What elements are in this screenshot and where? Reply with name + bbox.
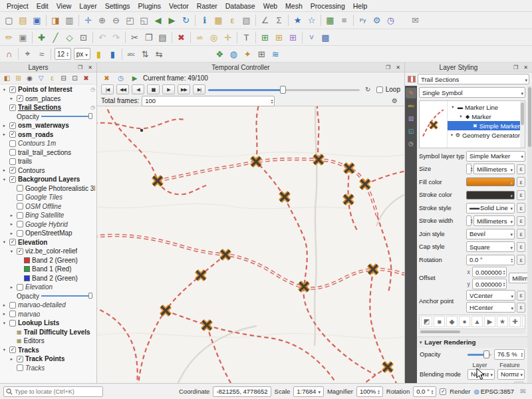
symbol-node-marker-line[interactable]: ▾▬Marker Line bbox=[448, 102, 520, 112]
snapping-icon[interactable]: ∩ bbox=[2, 47, 16, 61]
field-calculator-icon[interactable]: ≡ bbox=[337, 13, 351, 27]
deselect-icon[interactable]: ▧ bbox=[239, 13, 253, 27]
menu-project[interactable]: Project bbox=[3, 1, 33, 11]
layer-checkbox[interactable] bbox=[17, 203, 23, 209]
layers-float-icon[interactable]: ❐ bbox=[76, 65, 84, 70]
fixed-range-icon[interactable]: ◷ bbox=[115, 73, 126, 83]
loop-checkbox[interactable] bbox=[376, 86, 383, 93]
plugin-wave-icon[interactable]: ≋ bbox=[269, 47, 283, 61]
temporal-close-icon[interactable]: ✕ bbox=[394, 65, 402, 70]
diagram-icon[interactable]: ⇅ bbox=[138, 47, 152, 61]
tab-history[interactable]: ◷ bbox=[406, 138, 416, 149]
draw-effects-checkbox[interactable] bbox=[420, 383, 427, 384]
messages-icon[interactable]: ✉ bbox=[517, 386, 529, 396]
effects-customize-icon[interactable]: ☆ bbox=[514, 382, 524, 384]
layer-item-contours-1m[interactable]: Contours 1m bbox=[0, 139, 96, 148]
symbol-layer-type-combo[interactable]: Simple Marker bbox=[466, 151, 525, 162]
fast-back-button[interactable]: ◀◀ bbox=[116, 84, 129, 94]
expander-icon[interactable]: ▾ bbox=[1, 239, 7, 245]
layer-item-band-2-green[interactable]: Band 2 (Green) bbox=[0, 256, 96, 265]
layer-item-band-1-red[interactable]: Band 1 (Red) bbox=[0, 265, 96, 274]
python-console-icon[interactable]: Py bbox=[356, 13, 370, 27]
stroke-style-combo[interactable]: ▬▬Solid Line bbox=[466, 203, 515, 213]
trace-icon[interactable]: ≈ bbox=[35, 47, 49, 61]
layer-checkbox[interactable] bbox=[17, 356, 23, 362]
layer-item-osm-waterways[interactable]: ▸osm_waterways bbox=[0, 121, 96, 130]
temporal-float-icon[interactable]: ❐ bbox=[384, 65, 392, 70]
rotation-spinbox[interactable]: 0.0 ° bbox=[413, 386, 436, 397]
marker-shape-8[interactable]: ✖ bbox=[522, 316, 525, 327]
select-features-icon[interactable]: ▦ bbox=[211, 13, 225, 27]
expander-icon[interactable]: ▸ bbox=[9, 231, 15, 236]
font-size-spin[interactable]: 12 bbox=[55, 48, 71, 60]
undo-icon[interactable]: ↶ bbox=[95, 31, 109, 45]
measure-icon[interactable]: ∠ bbox=[258, 13, 272, 27]
layer-item-tracks[interactable]: ▾Tracks bbox=[0, 346, 96, 355]
skip-end-button[interactable]: ▶| bbox=[193, 84, 205, 94]
move-label-icon[interactable]: ✛ bbox=[221, 31, 235, 45]
expander-icon[interactable]: ▸ bbox=[1, 303, 7, 308]
layer-item-background-layers[interactable]: ▾Background Layers bbox=[0, 175, 96, 184]
advanced-digitizing-icon[interactable]: ⌖ bbox=[21, 47, 35, 61]
menu-mesh[interactable]: Mesh bbox=[281, 1, 307, 11]
anchor-vertical-combo[interactable]: VCenter bbox=[466, 290, 515, 301]
cap-style-combo[interactable]: Square bbox=[466, 241, 515, 252]
render-checkbox[interactable] bbox=[440, 388, 446, 395]
expander-icon[interactable]: ▸ bbox=[1, 311, 7, 317]
layer-checkbox[interactable] bbox=[17, 212, 23, 219]
plugin-web-icon[interactable]: ◍ bbox=[227, 47, 241, 61]
step-back-button[interactable]: ◀ bbox=[132, 84, 144, 94]
crs-indicator[interactable]: ◍ EPSG:3857 bbox=[474, 388, 514, 395]
open-layer-styling-icon[interactable]: ◧ bbox=[1, 73, 13, 84]
locate-input[interactable] bbox=[15, 388, 100, 395]
layer-item-marvao[interactable]: ▸marvao bbox=[0, 310, 96, 319]
temporal-slider[interactable] bbox=[208, 85, 360, 94]
new-project-icon[interactable]: ▢ bbox=[2, 13, 16, 27]
pause-button[interactable]: ▮▮ bbox=[147, 84, 160, 94]
join-style-data-define-icon[interactable]: ɛ bbox=[517, 229, 525, 239]
zoom-in-icon[interactable]: ⊕ bbox=[95, 13, 109, 27]
layer-checkbox[interactable] bbox=[9, 176, 16, 183]
buffer-color-chip-icon[interactable]: ▮ bbox=[106, 47, 120, 61]
layer-checkbox[interactable] bbox=[9, 320, 16, 327]
zoom-last-icon[interactable]: ◀ bbox=[151, 13, 165, 27]
zoom-next-icon[interactable]: ▶ bbox=[165, 13, 179, 27]
step-forward-button[interactable]: ▶ bbox=[162, 84, 175, 94]
expander-icon[interactable]: ▸ bbox=[9, 96, 15, 101]
layer-checkbox[interactable] bbox=[9, 302, 16, 309]
layer-item-band-2-green[interactable]: Band 2 (Green) bbox=[0, 274, 96, 283]
layer-item-elevation[interactable]: ▸Elevation bbox=[0, 283, 96, 292]
layer-checkbox[interactable] bbox=[9, 346, 16, 353]
layer-item-points-of-interest[interactable]: ▾Points of Interest◷ bbox=[0, 85, 96, 94]
layer-checkbox[interactable] bbox=[9, 140, 16, 147]
layer-checkbox[interactable] bbox=[17, 230, 23, 237]
rotation-spinbox[interactable]: 0.0 ° bbox=[466, 255, 515, 265]
layer-item-google-hybrid[interactable]: ▸Google Hybrid bbox=[0, 220, 96, 229]
layer-checkbox[interactable] bbox=[9, 239, 16, 245]
skip-start-button[interactable]: |◀ bbox=[101, 84, 114, 94]
layer-checkbox[interactable] bbox=[9, 86, 16, 93]
styling-layer-combo[interactable]: Trail Sections bbox=[418, 74, 529, 84]
marker-shape-5[interactable]: ▶ bbox=[484, 316, 495, 327]
anchor-horizontal-data-define-icon[interactable]: ɛ bbox=[517, 303, 525, 313]
temporal-off-icon[interactable]: ✖ bbox=[101, 73, 112, 83]
new-geopackage-icon[interactable]: ⊞ bbox=[258, 31, 272, 45]
menu-view[interactable]: View bbox=[53, 1, 76, 11]
fill-color-swatch[interactable] bbox=[466, 178, 515, 186]
expander-icon[interactable]: ▾ bbox=[9, 249, 15, 254]
select-expression-icon[interactable]: ε bbox=[225, 13, 239, 27]
font-unit-combo[interactable]: px bbox=[74, 48, 90, 60]
size-unit-combo[interactable]: Millimeters bbox=[473, 164, 515, 174]
styling-scrollbar[interactable] bbox=[527, 86, 532, 383]
menu-plugins[interactable]: Plugins bbox=[134, 1, 165, 11]
layout-manager-icon[interactable]: ▥ bbox=[63, 13, 76, 27]
menu-processing[interactable]: Processing bbox=[307, 1, 349, 11]
open-project-icon[interactable]: ▤ bbox=[16, 13, 30, 27]
layers-close-icon[interactable]: ✕ bbox=[86, 65, 94, 70]
layer-checkbox[interactable] bbox=[9, 149, 16, 156]
layer-checkbox[interactable] bbox=[17, 185, 23, 192]
layer-item-google-photorealistic-3d-tiles[interactable]: Google Photorealistic 3D Tiles bbox=[0, 184, 96, 194]
layer-item-editors[interactable]: ▦Editors bbox=[0, 336, 96, 346]
label-settings-icon[interactable]: abc bbox=[124, 47, 138, 61]
add-polygon-icon[interactable]: ◇ bbox=[63, 31, 76, 45]
